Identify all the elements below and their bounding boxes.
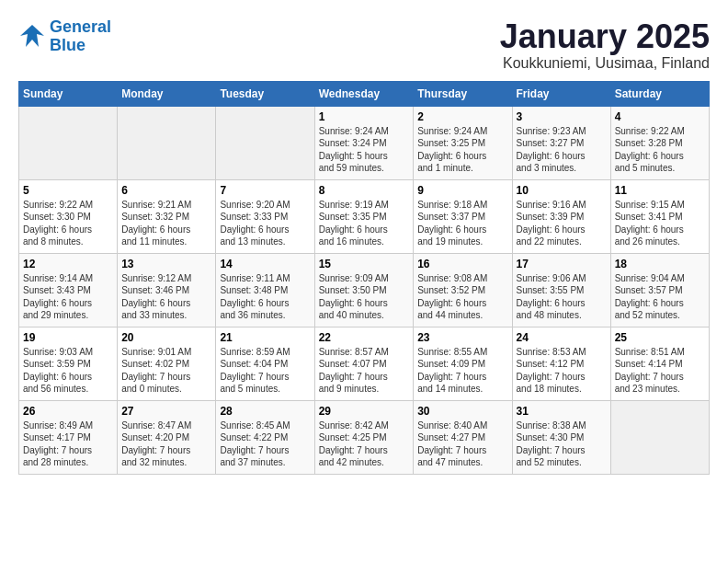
day-number: 21 [220, 331, 310, 344]
calendar-cell: 20Sunrise: 9:01 AM Sunset: 4:02 PM Dayli… [118, 327, 216, 400]
day-number: 6 [121, 184, 211, 197]
calendar-cell: 28Sunrise: 8:45 AM Sunset: 4:22 PM Dayli… [216, 400, 314, 474]
calendar-cell: 21Sunrise: 8:59 AM Sunset: 4:04 PM Dayli… [216, 327, 314, 400]
day-number: 11 [615, 184, 705, 197]
calendar-cell: 5Sunrise: 9:22 AM Sunset: 3:30 PM Daylig… [19, 179, 118, 253]
day-info: Sunrise: 8:47 AM Sunset: 4:20 PM Dayligh… [121, 419, 211, 469]
logo-icon [18, 23, 46, 51]
calendar-cell [216, 106, 314, 179]
day-info: Sunrise: 9:24 AM Sunset: 3:24 PM Dayligh… [319, 125, 410, 175]
day-info: Sunrise: 8:40 AM Sunset: 4:27 PM Dayligh… [417, 419, 507, 469]
day-number: 1 [319, 110, 410, 123]
calendar-cell: 23Sunrise: 8:55 AM Sunset: 4:09 PM Dayli… [414, 327, 512, 400]
calendar-cell: 9Sunrise: 9:18 AM Sunset: 3:37 PM Daylig… [414, 179, 512, 253]
calendar-cell: 27Sunrise: 8:47 AM Sunset: 4:20 PM Dayli… [118, 400, 216, 474]
day-info: Sunrise: 8:53 AM Sunset: 4:12 PM Dayligh… [517, 346, 607, 396]
day-info: Sunrise: 9:06 AM Sunset: 3:55 PM Dayligh… [517, 272, 607, 322]
day-number: 30 [417, 405, 507, 418]
calendar-week-row: 5Sunrise: 9:22 AM Sunset: 3:30 PM Daylig… [19, 179, 710, 253]
day-info: Sunrise: 9:03 AM Sunset: 3:59 PM Dayligh… [23, 346, 113, 396]
day-info: Sunrise: 8:55 AM Sunset: 4:09 PM Dayligh… [417, 346, 507, 396]
day-info: Sunrise: 9:22 AM Sunset: 3:28 PM Dayligh… [615, 125, 705, 175]
calendar-week-row: 26Sunrise: 8:49 AM Sunset: 4:17 PM Dayli… [19, 400, 710, 474]
calendar-cell: 18Sunrise: 9:04 AM Sunset: 3:57 PM Dayli… [610, 253, 709, 327]
day-info: Sunrise: 9:22 AM Sunset: 3:30 PM Dayligh… [23, 199, 113, 248]
calendar-cell: 1Sunrise: 9:24 AM Sunset: 3:24 PM Daylig… [314, 106, 414, 179]
logo-text: General Blue [50, 18, 111, 55]
calendar-cell: 17Sunrise: 9:06 AM Sunset: 3:55 PM Dayli… [512, 253, 610, 327]
calendar-week-row: 19Sunrise: 9:03 AM Sunset: 3:59 PM Dayli… [19, 327, 710, 400]
calendar-cell [118, 106, 216, 179]
day-info: Sunrise: 9:04 AM Sunset: 3:57 PM Dayligh… [615, 272, 705, 322]
day-number: 12 [23, 258, 113, 270]
calendar-header-row: SundayMondayTuesdayWednesdayThursdayFrid… [19, 81, 710, 106]
day-number: 13 [121, 258, 211, 270]
calendar-cell [19, 106, 118, 179]
day-number: 14 [220, 258, 310, 270]
day-info: Sunrise: 9:01 AM Sunset: 4:02 PM Dayligh… [121, 346, 211, 396]
calendar-cell: 15Sunrise: 9:09 AM Sunset: 3:50 PM Dayli… [314, 253, 414, 327]
column-header-saturday: Saturday [610, 81, 709, 106]
logo: General Blue [18, 18, 111, 55]
day-info: Sunrise: 8:45 AM Sunset: 4:22 PM Dayligh… [220, 419, 310, 469]
calendar-week-row: 1Sunrise: 9:24 AM Sunset: 3:24 PM Daylig… [19, 106, 710, 179]
column-header-sunday: Sunday [19, 81, 118, 106]
page-subtitle: Koukkuniemi, Uusimaa, Finland [500, 55, 710, 72]
calendar-cell [610, 400, 709, 474]
day-info: Sunrise: 9:20 AM Sunset: 3:33 PM Dayligh… [220, 199, 310, 248]
calendar-cell: 2Sunrise: 9:24 AM Sunset: 3:25 PM Daylig… [414, 106, 512, 179]
day-info: Sunrise: 9:18 AM Sunset: 3:37 PM Dayligh… [417, 199, 507, 248]
column-header-wednesday: Wednesday [314, 81, 414, 106]
calendar-cell: 10Sunrise: 9:16 AM Sunset: 3:39 PM Dayli… [512, 179, 610, 253]
day-number: 25 [615, 331, 705, 344]
calendar-cell: 4Sunrise: 9:22 AM Sunset: 3:28 PM Daylig… [610, 106, 709, 179]
calendar-cell: 14Sunrise: 9:11 AM Sunset: 3:48 PM Dayli… [216, 253, 314, 327]
day-number: 27 [121, 405, 211, 418]
calendar-cell: 13Sunrise: 9:12 AM Sunset: 3:46 PM Dayli… [118, 253, 216, 327]
day-info: Sunrise: 9:15 AM Sunset: 3:41 PM Dayligh… [615, 199, 705, 248]
svg-marker-0 [20, 25, 44, 47]
page-header: General Blue January 2025 Koukkuniemi, U… [18, 18, 710, 72]
day-number: 4 [615, 110, 705, 123]
calendar-cell: 11Sunrise: 9:15 AM Sunset: 3:41 PM Dayli… [610, 179, 709, 253]
day-number: 18 [615, 258, 705, 270]
day-info: Sunrise: 9:24 AM Sunset: 3:25 PM Dayligh… [417, 125, 507, 175]
day-number: 7 [220, 184, 310, 197]
day-number: 20 [121, 331, 211, 344]
day-info: Sunrise: 8:59 AM Sunset: 4:04 PM Dayligh… [220, 346, 310, 396]
calendar-cell: 31Sunrise: 8:38 AM Sunset: 4:30 PM Dayli… [512, 400, 610, 474]
day-number: 17 [517, 258, 607, 270]
day-number: 22 [319, 331, 410, 344]
day-info: Sunrise: 9:21 AM Sunset: 3:32 PM Dayligh… [121, 199, 211, 248]
day-info: Sunrise: 8:51 AM Sunset: 4:14 PM Dayligh… [615, 346, 705, 396]
day-info: Sunrise: 8:57 AM Sunset: 4:07 PM Dayligh… [319, 346, 410, 396]
day-info: Sunrise: 9:09 AM Sunset: 3:50 PM Dayligh… [319, 272, 410, 322]
day-number: 3 [517, 110, 607, 123]
calendar-week-row: 12Sunrise: 9:14 AM Sunset: 3:43 PM Dayli… [19, 253, 710, 327]
day-number: 24 [517, 331, 607, 344]
day-number: 2 [417, 110, 507, 123]
day-number: 31 [517, 405, 607, 418]
column-header-monday: Monday [118, 81, 216, 106]
calendar-table: SundayMondayTuesdayWednesdayThursdayFrid… [18, 81, 710, 475]
day-number: 8 [319, 184, 410, 197]
day-number: 26 [23, 405, 113, 418]
day-info: Sunrise: 9:12 AM Sunset: 3:46 PM Dayligh… [121, 272, 211, 322]
column-header-tuesday: Tuesday [216, 81, 314, 106]
day-info: Sunrise: 8:38 AM Sunset: 4:30 PM Dayligh… [517, 419, 607, 469]
day-number: 15 [319, 258, 410, 270]
day-info: Sunrise: 9:16 AM Sunset: 3:39 PM Dayligh… [517, 199, 607, 248]
day-number: 9 [417, 184, 507, 197]
day-number: 23 [417, 331, 507, 344]
day-info: Sunrise: 9:14 AM Sunset: 3:43 PM Dayligh… [23, 272, 113, 322]
column-header-friday: Friday [512, 81, 610, 106]
day-info: Sunrise: 9:19 AM Sunset: 3:35 PM Dayligh… [319, 199, 410, 248]
calendar-cell: 12Sunrise: 9:14 AM Sunset: 3:43 PM Dayli… [19, 253, 118, 327]
day-number: 16 [417, 258, 507, 270]
calendar-cell: 6Sunrise: 9:21 AM Sunset: 3:32 PM Daylig… [118, 179, 216, 253]
calendar-cell: 22Sunrise: 8:57 AM Sunset: 4:07 PM Dayli… [314, 327, 414, 400]
calendar-cell: 8Sunrise: 9:19 AM Sunset: 3:35 PM Daylig… [314, 179, 414, 253]
day-info: Sunrise: 9:23 AM Sunset: 3:27 PM Dayligh… [517, 125, 607, 175]
calendar-cell: 24Sunrise: 8:53 AM Sunset: 4:12 PM Dayli… [512, 327, 610, 400]
calendar-cell: 3Sunrise: 9:23 AM Sunset: 3:27 PM Daylig… [512, 106, 610, 179]
